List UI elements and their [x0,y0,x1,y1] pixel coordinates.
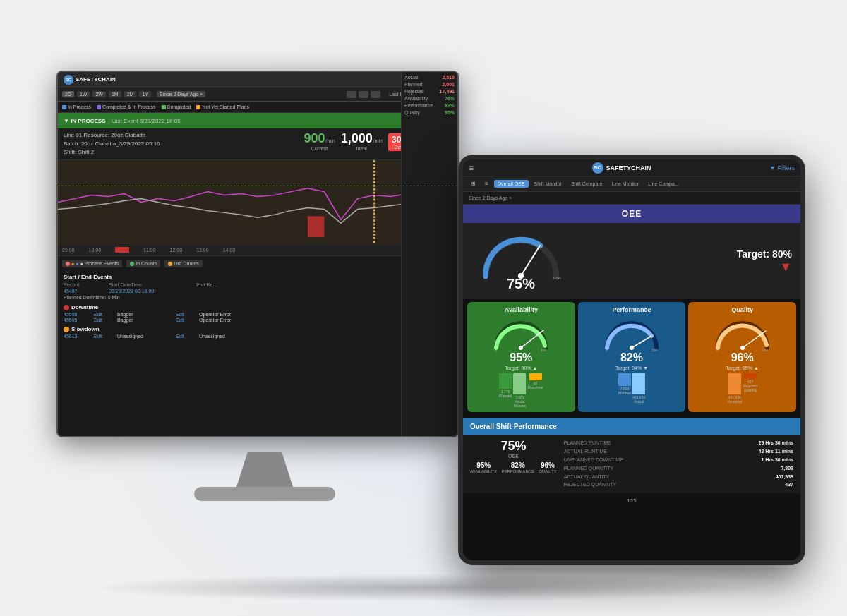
ideal-label: Ideal [341,146,383,151]
nav-btn-2w[interactable]: 2W [92,91,106,97]
line-info-batch: Batch: 20oz Ciabatta_3/29/2022 05:16 [64,140,160,148]
oee-gauge-container: 0 100 75% [471,230,570,292]
availability-bar-planned: 1,770Planned [499,373,512,408]
dt-edit-2[interactable]: Edit [94,318,115,322]
dt-edit-1[interactable]: Edit [94,312,115,317]
hamburger-icon[interactable]: ≡ [469,163,474,173]
out-counts-btn[interactable]: Out Counts [164,260,202,267]
in-process-label: ▼ IN PROCESS Last Event 3/29/2022 18:06 [64,118,181,124]
nav-btn-1m[interactable]: 1M [109,91,121,97]
events-section: Start / End Events Record Start DateTime… [58,271,457,303]
status-bar: In Process Completed & In Process Comple… [58,102,457,113]
oee-target-arrow: ▼ [737,260,792,274]
dt-edit-reason-1[interactable]: Edit [176,312,197,317]
quality-rejected-label: 437RejectedQuantity [743,380,757,392]
detail-actual-runtime: ACTUAL RUNTIME 42 Hrs 11 mins [564,447,793,456]
quality-card: Quality 0 100 96% Ta [688,302,796,412]
list-view-icon[interactable] [359,91,368,98]
tablet-date-filter[interactable]: Since 2 Days Ago » [469,195,512,200]
availability-card: Availability 0 100 95% [467,302,575,412]
svg-text:0: 0 [716,348,719,351]
tab-line-monitor[interactable]: Line Monitor [608,180,643,188]
events-table-row: 45497 03/29/2022 08:16:00 [64,289,452,294]
detail-view-icon[interactable] [371,91,380,98]
tab-shift-compare[interactable]: Shift Compare [567,180,606,188]
monitor-topbar: SC SAFETYCHAIN ▼ Filters » [58,72,457,87]
availability-gauge: 0 100 [493,316,549,351]
tab-overall-oee[interactable]: Overall OEE [494,180,529,188]
current-label: Current [304,146,335,151]
chart-stats-row: Actual 2,519 Planned 2,601 Rejected 17,4… [58,159,457,244]
shift-metrics-small: 95% AVAILABILITY 82% PERFORMANCE 96% QUA… [470,461,557,473]
svg-text:0: 0 [495,348,497,351]
svg-line-12 [632,336,651,348]
nav-btn-1y[interactable]: 1Y [139,91,151,97]
shift-oee-label: OEE [508,454,519,459]
tablet-nav: ⊞ ≡ Overall OEE Shift Monitor Shift Comp… [463,176,800,192]
info-row: Line 01 Resource: 20oz Ciabatta Batch: 2… [58,128,457,159]
line-info: Line 01 Resource: 20oz Ciabatta Batch: 2… [64,131,160,157]
metric-ideal: 1,000 /min Ideal [341,131,383,151]
oee-gauge: 0 100 [479,230,563,279]
quality-value: 96% [731,351,754,364]
out-counts-dot [168,262,172,266]
stat-availability: Availability 76% [404,96,455,101]
availability-target: Target: 90% ▲ [505,366,537,370]
tablet-date-bar: Since 2 Days Ago » [463,192,800,205]
dt-edit-reason-2[interactable]: Edit [176,318,197,322]
tablet-frame: ≡ SC SAFETYCHAIN ▼ Filters ⊞ ≡ Overall O… [459,155,805,564]
shift-oee-value: 75% [500,439,526,454]
quality-title: Quality [731,306,753,313]
availability-planned-bar [499,373,512,389]
status-completed: Completed [162,104,191,109]
svg-point-17 [740,346,745,350]
line-info-shift: Shift: Shift 2 [64,148,160,157]
quality-gauge: 0 100 [714,316,771,351]
slowdown-table: 45613 Edit Unassigned Edit Unassigned [64,334,452,339]
nav-btn-1w[interactable]: 1W [77,91,90,97]
nav-btn-date[interactable]: Since 2 Days Ago » [157,91,205,97]
sw-edit-1[interactable]: Edit [94,334,115,339]
availability-downtime-bar [529,373,542,380]
stat-quality: Quality 95% [404,110,455,115]
downtime-bar-marker [115,247,129,253]
ideal-value: 1,000 [341,131,373,146]
completed-dot [162,105,166,109]
shift-performance-small: 82% PERFORMANCE [501,461,534,473]
tab-icon-list[interactable]: ≡ [481,179,492,188]
process-events-btn[interactable]: ● ● ● Process Events [62,260,122,267]
in-counts-btn[interactable]: In Counts [126,260,160,267]
status-not-started: Not Yet Started Plans [196,104,249,109]
availability-title: Availability [505,306,538,313]
sw-edit-reason-1[interactable]: Edit [176,334,197,339]
dt-row-1: 45556 Edit Bagger Edit Operator Error [64,312,452,317]
tablet-filters-btn[interactable]: ▼ Filters [769,164,795,171]
event-record-link[interactable]: 45497 [64,289,106,294]
grid-view-icon[interactable] [347,91,356,98]
monitor-content: SC SAFETYCHAIN ▼ Filters » 2D 1W 2W 1M 2… [58,72,457,436]
dt-record-link-2[interactable]: 45555 [64,318,92,322]
chart-area [58,160,457,244]
svg-text:100: 100 [762,348,769,351]
svg-point-13 [630,346,634,350]
tab-line-compare[interactable]: Line Compa... [644,180,683,188]
planned-downtime-info: Planned Downtime: 0 Min [64,295,452,300]
in-process-dot [62,105,66,109]
performance-actual-label: 461,939Actual [632,395,645,404]
performance-card: Performance 0 100 82% [578,302,686,412]
tab-shift-monitor[interactable]: Shift Monitor [531,180,565,188]
dt-record-link-1[interactable]: 45556 [64,312,92,317]
tab-icon-grid[interactable]: ⊞ [467,179,479,188]
shift-quality-small: 96% QUALITY [539,461,557,473]
availability-bar-actual: 2,601ActualMinutes [513,373,526,408]
slowdown-section-dot [64,327,69,332]
nav-btn-2d[interactable]: 2D [62,91,74,97]
monitor-screen: SC SAFETYCHAIN ▼ Filters » 2D 1W 2W 1M 2… [56,71,459,437]
detail-planned-qty: PLANNED QUANTITY 7,803 [564,464,793,473]
in-process-bar: ▼ IN PROCESS Last Event 3/29/2022 18:06 … [58,113,457,128]
nav-btn-2m[interactable]: 2M [124,91,137,97]
line-info-line: Line 01 Resource: 20oz Ciabatta [64,131,160,140]
performance-actual-bar [632,373,645,394]
tablet-pagination: 125 [463,493,800,507]
sw-record-link-1[interactable]: 45613 [64,334,92,339]
